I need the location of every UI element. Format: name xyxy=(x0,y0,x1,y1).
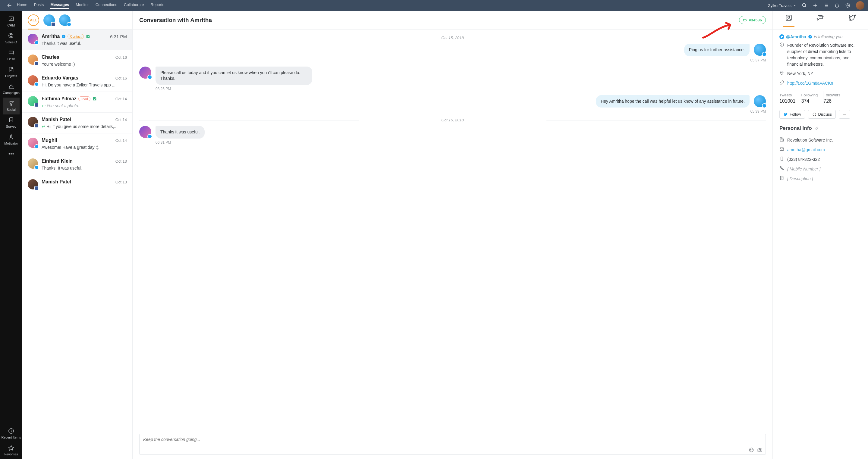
message-bubble-out: Hey Amritha hope the call was helpful le… xyxy=(596,95,749,108)
svg-rect-27 xyxy=(782,139,783,141)
back-button[interactable] xyxy=(4,3,14,8)
conversation-item[interactable]: Eduardo VargasOct 16Hi. Do you have a Zy… xyxy=(22,71,132,92)
filter-brand-twitter[interactable] xyxy=(59,14,70,26)
conversation-item[interactable]: Fathima YilmazLeadOct 14↩You sent a phot… xyxy=(22,92,132,112)
description-icon xyxy=(779,175,784,182)
phone-text: (023) 84-322-322 xyxy=(787,156,820,163)
search-icon[interactable] xyxy=(802,3,807,8)
svg-point-14 xyxy=(750,449,751,450)
info-tab-twitter[interactable] xyxy=(848,14,856,27)
filter-brand-facebook[interactable] xyxy=(43,14,55,26)
topnav-home[interactable]: Home xyxy=(17,2,27,9)
location-text: New York, NY xyxy=(787,70,813,77)
message-time: 06:31 PM xyxy=(156,140,766,144)
email-link[interactable]: amritha@gmail.com xyxy=(787,147,825,153)
rail-favorites[interactable]: Favorites xyxy=(0,442,22,459)
conversation-item[interactable]: Einhard KleinOct 13Thanks. It was useful… xyxy=(22,154,132,175)
svg-point-22 xyxy=(781,72,782,73)
description-placeholder[interactable]: [ Description ] xyxy=(787,175,813,182)
twitter-handle[interactable]: @Amritha xyxy=(786,34,806,39)
svg-point-20 xyxy=(808,35,812,38)
message-bubble-in: Please call us today and if you can let … xyxy=(156,67,312,85)
discuss-button[interactable]: Discuss xyxy=(808,110,836,119)
conversation-item[interactable]: Manish PatelOct 14↩Hii if you give us so… xyxy=(22,112,132,133)
svg-point-25 xyxy=(845,114,846,115)
edit-icon[interactable] xyxy=(814,126,819,131)
conversation-list-panel: ALL AmrithaContact6:31 PMThanks it was u… xyxy=(22,11,133,459)
conversation-item[interactable]: MughilOct 14Awesome! Have a great day :)… xyxy=(22,133,132,154)
location-icon xyxy=(779,70,784,77)
rail-motivator[interactable]: Motivator xyxy=(3,131,20,148)
rail-crm[interactable]: CRM xyxy=(3,13,20,30)
top-bar: HomePostsMessagesMonitorConnectionsColla… xyxy=(0,0,868,11)
verified-icon xyxy=(808,35,812,39)
crm-icon xyxy=(92,96,97,101)
svg-point-6 xyxy=(10,104,12,106)
bio-text: Founder of Revolution Software Inc., sup… xyxy=(787,42,861,67)
rail-more[interactable] xyxy=(0,148,22,160)
message-time: 05:39 PM xyxy=(139,109,766,113)
svg-point-13 xyxy=(749,448,753,452)
more-actions-button[interactable] xyxy=(839,110,850,119)
svg-point-8 xyxy=(9,154,10,155)
email-icon xyxy=(779,147,784,153)
message-input[interactable] xyxy=(143,437,762,451)
svg-point-1 xyxy=(847,5,849,6)
camera-icon[interactable] xyxy=(757,447,763,453)
gear-icon[interactable] xyxy=(845,3,850,8)
topnav-messages[interactable]: Messages xyxy=(50,2,69,9)
brand-name: ZylkerTravels xyxy=(768,3,792,8)
mobile-icon xyxy=(779,166,784,172)
company-text: Revolution Software Inc. xyxy=(787,137,833,144)
rail-salesiq[interactable]: SalesIQ xyxy=(3,30,20,47)
info-icon xyxy=(779,42,784,67)
brand-selector[interactable]: ZylkerTravels xyxy=(768,3,796,8)
avatar xyxy=(28,34,38,44)
avatar xyxy=(28,138,38,148)
topnav-posts[interactable]: Posts xyxy=(34,2,44,9)
verified-icon xyxy=(61,34,66,38)
rail-desk[interactable]: Desk xyxy=(3,47,20,64)
personal-info-header: Personal Info xyxy=(779,125,861,131)
twitter-handle-row: @Amritha is following you xyxy=(779,34,861,39)
svg-point-24 xyxy=(844,114,845,115)
svg-point-9 xyxy=(11,154,12,155)
topnav-monitor[interactable]: Monitor xyxy=(76,2,89,9)
conversation-item[interactable]: Manish PatelOct 13 xyxy=(22,175,132,194)
info-tab-profile[interactable] xyxy=(785,14,793,27)
rail-social[interactable]: Social xyxy=(3,98,20,114)
ticket-chip[interactable]: #34536 xyxy=(739,16,766,24)
emoji-icon[interactable] xyxy=(749,447,754,453)
list-icon[interactable] xyxy=(824,3,829,8)
follow-button[interactable]: Follow xyxy=(779,110,805,119)
plus-icon[interactable] xyxy=(812,3,818,8)
user-avatar[interactable] xyxy=(856,1,864,10)
follow-status: is following you xyxy=(814,34,843,39)
avatar xyxy=(28,158,38,169)
message-bubble-in: Thanks it was useful. xyxy=(156,126,205,138)
contact-avatar xyxy=(139,126,151,138)
info-tab-interactions[interactable] xyxy=(816,14,824,27)
date-separator: Oct 15, 2018 xyxy=(139,36,766,40)
rail-recent-items[interactable]: Recent Items xyxy=(0,425,22,442)
conversation-item[interactable]: CharlesOct 16You're welcome :) xyxy=(22,50,132,71)
topnav-reports[interactable]: Reports xyxy=(151,2,164,9)
topnav-connections[interactable]: Connections xyxy=(96,2,117,9)
brand-avatar xyxy=(754,44,766,56)
conversation-filter-tabs: ALL xyxy=(22,11,132,30)
conversation-item[interactable]: AmrithaContact6:31 PMThanks it was usefu… xyxy=(22,30,132,50)
svg-point-15 xyxy=(752,449,752,450)
topnav-collaborate[interactable]: Collaborate xyxy=(124,2,144,9)
filter-all[interactable]: ALL xyxy=(28,14,39,26)
mobile-placeholder[interactable]: [ Mobile Number ] xyxy=(787,166,820,172)
svg-rect-7 xyxy=(9,118,13,122)
rail-survey[interactable]: Survey xyxy=(3,114,20,131)
svg-rect-26 xyxy=(780,138,782,141)
rail-projects[interactable]: Projects xyxy=(3,64,20,81)
avatar xyxy=(28,96,38,106)
profile-url[interactable]: http://t.co/1Gm8aVACKn xyxy=(787,80,833,87)
product-rail: CRMSalesIQDeskProjectsCampaignsSocialSur… xyxy=(0,11,22,459)
bell-icon[interactable] xyxy=(834,3,840,8)
svg-point-12 xyxy=(62,35,66,38)
rail-campaigns[interactable]: Campaigns xyxy=(3,81,20,98)
